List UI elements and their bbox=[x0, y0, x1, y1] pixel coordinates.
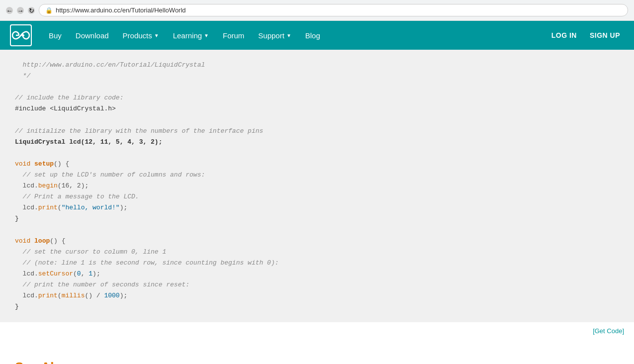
code-block: http://www.arduino.cc/en/Tutorial/Liquid… bbox=[0, 50, 634, 322]
signup-button[interactable]: SIGN UP bbox=[586, 28, 624, 42]
code-line-16 bbox=[15, 224, 619, 235]
code-line-17: void loop() { bbox=[15, 236, 619, 247]
navbar-right: LOG IN SIGN UP bbox=[547, 28, 624, 42]
code-line-19: // (note: line 1 is the second row, sinc… bbox=[15, 258, 619, 269]
code-line-11: // set up the LCD's number of columns an… bbox=[15, 170, 619, 181]
nav-download[interactable]: Download bbox=[69, 21, 116, 50]
nav-products[interactable]: Products ▼ bbox=[116, 21, 166, 50]
code-line-20: lcd.setCursor(0, 1); bbox=[15, 269, 619, 279]
code-line-14: lcd.print("hello, world!"); bbox=[15, 202, 619, 213]
code-line-6 bbox=[15, 114, 619, 125]
logo-icon bbox=[10, 24, 32, 46]
navbar: Buy Download Products ▼ Learning ▼ Forum… bbox=[0, 21, 634, 50]
learning-dropdown-arrow: ▼ bbox=[204, 33, 209, 38]
nav-forum[interactable]: Forum bbox=[216, 21, 251, 50]
see-also-section: See Also - Liquid Crystal Library - Your… bbox=[0, 345, 634, 364]
get-code-container: [Get Code] bbox=[0, 322, 634, 345]
code-line-3 bbox=[15, 82, 619, 92]
lock-icon: 🔒 bbox=[45, 7, 53, 14]
nav-buy[interactable]: Buy bbox=[42, 21, 69, 50]
code-line-18: // set the cursor to column 0, line 1 bbox=[15, 247, 619, 258]
support-dropdown-arrow: ▼ bbox=[286, 33, 291, 38]
code-line-12: lcd.begin(16, 2); bbox=[15, 181, 619, 191]
login-button[interactable]: LOG IN bbox=[547, 28, 581, 42]
nav-blog[interactable]: Blog bbox=[298, 21, 327, 50]
url-text: https://www.arduino.cc/en/Tutorial/Hello… bbox=[56, 6, 186, 14]
code-line-23: } bbox=[15, 301, 619, 312]
browser-chrome: ← → ↻ 🔒 https://www.arduino.cc/en/Tutori… bbox=[0, 0, 634, 21]
code-line-22: lcd.print(millis() / 1000); bbox=[15, 290, 619, 301]
products-dropdown-arrow: ▼ bbox=[154, 33, 159, 38]
code-line-15: } bbox=[15, 213, 619, 224]
nav-learning[interactable]: Learning ▼ bbox=[166, 21, 216, 50]
code-line-21: // print the number of seconds since res… bbox=[15, 279, 619, 290]
navbar-items: Buy Download Products ▼ Learning ▼ Forum… bbox=[42, 21, 547, 50]
code-line-2: */ bbox=[15, 71, 619, 82]
main-content: http://www.arduino.cc/en/Tutorial/Liquid… bbox=[0, 50, 634, 364]
code-line-8: LiquidCrystal lcd(12, 11, 5, 4, 3, 2); bbox=[15, 137, 619, 148]
navbar-logo[interactable] bbox=[10, 24, 32, 46]
nav-support[interactable]: Support ▼ bbox=[251, 21, 298, 50]
get-code-link[interactable]: [Get Code] bbox=[593, 327, 624, 335]
code-line-13: // Print a message to the LCD. bbox=[15, 191, 619, 202]
code-line-5: #include <LiquidCrystal.h> bbox=[15, 103, 619, 114]
back-button[interactable]: ← bbox=[6, 7, 13, 14]
refresh-button[interactable]: ↻ bbox=[28, 7, 35, 14]
code-line-1: http://www.arduino.cc/en/Tutorial/Liquid… bbox=[15, 60, 619, 71]
see-also-title: See Also bbox=[15, 360, 619, 364]
address-bar[interactable]: 🔒 https://www.arduino.cc/en/Tutorial/Hel… bbox=[39, 4, 628, 16]
forward-button[interactable]: → bbox=[17, 7, 24, 14]
code-line-7: // initialize the library with the numbe… bbox=[15, 126, 619, 137]
code-line-10: void setup() { bbox=[15, 159, 619, 170]
code-line-4: // include the library code: bbox=[15, 92, 619, 103]
code-line-9 bbox=[15, 148, 619, 159]
